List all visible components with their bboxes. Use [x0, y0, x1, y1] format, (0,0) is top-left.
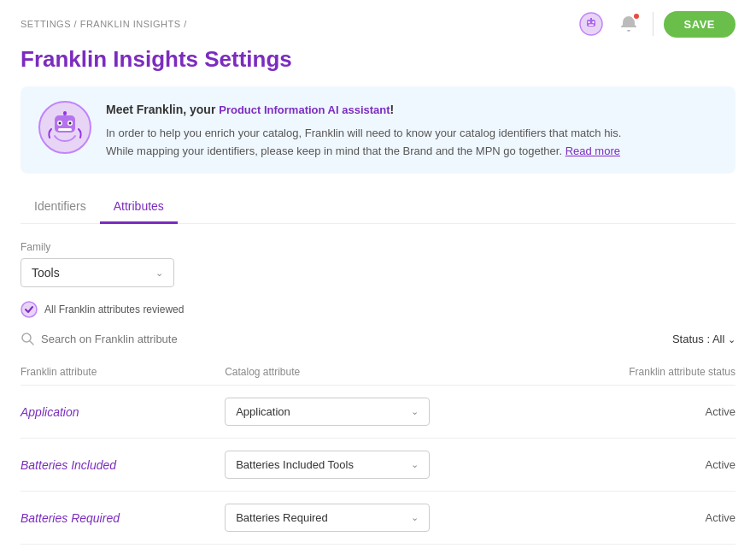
table-header: Franklin attribute Catalog attribute Fra… [21, 359, 735, 386]
table-row: Batteries Included Batteries Included To… [21, 439, 735, 492]
col-header-status: Franklin attribute status [531, 366, 735, 378]
svg-rect-4 [589, 25, 594, 27]
family-section: Family Tools ⌄ [21, 241, 735, 287]
chevron-down-icon: ⌄ [155, 268, 163, 279]
notification-badge [632, 12, 641, 21]
catalog-attr-dropdown[interactable]: Batteries Included Tools ⌄ [225, 451, 430, 479]
catalog-attr-dropdown[interactable]: Batteries Required ⌄ [225, 504, 430, 532]
search-box [21, 332, 212, 345]
info-line2: While mapping your identifiers, please k… [106, 143, 621, 161]
franklin-icon-button[interactable] [577, 10, 605, 38]
info-exclaim: ! [390, 103, 395, 116]
family-value: Tools [32, 266, 60, 280]
svg-point-3 [592, 21, 594, 23]
col-header-franklin: Franklin attribute [21, 366, 225, 378]
reviewed-icon [21, 301, 38, 318]
col-header-catalog: Catalog attribute [225, 366, 531, 378]
tabs-container: Identifiers Attributes [21, 191, 735, 224]
info-text: Meet Franklin, your Product Information … [106, 100, 621, 160]
status-badge: Active [531, 405, 735, 418]
status-badge: Active [531, 458, 735, 471]
info-line1: In order to help you enrich your catalog… [106, 125, 621, 143]
franklin-attr-name[interactable]: Application [21, 405, 225, 419]
family-label: Family [21, 241, 735, 253]
status-filter[interactable]: Status : All ⌄ [672, 333, 735, 345]
info-banner: Meet Franklin, your Product Information … [21, 86, 735, 174]
svg-line-16 [30, 341, 33, 345]
svg-point-14 [21, 302, 37, 317]
svg-rect-13 [63, 111, 67, 115]
table-body: Application Application ⌄ Active Batteri… [21, 386, 735, 554]
table-row: Blade Material Material ⌄ Active [21, 545, 735, 554]
save-button[interactable]: SAVE [664, 11, 735, 38]
catalog-chevron-icon: ⌄ [411, 512, 419, 523]
info-intro: Meet Franklin, your [106, 103, 219, 116]
svg-point-2 [588, 21, 589, 23]
table-row: Application Application ⌄ Active [21, 386, 735, 439]
catalog-chevron-icon: ⌄ [411, 459, 419, 470]
reviewed-text: All Franklin attributes reviewed [44, 304, 184, 315]
search-row: Status : All ⌄ [21, 332, 735, 345]
catalog-attr-value: Application [236, 405, 290, 418]
search-input[interactable] [41, 333, 212, 345]
catalog-attr-value: Batteries Included Tools [236, 458, 354, 471]
page-title: Franklin Insights Settings [0, 43, 756, 86]
catalog-chevron-icon: ⌄ [411, 406, 419, 417]
breadcrumb: SETTINGS / FRANKLIN INSIGHTS / [21, 19, 187, 29]
franklin-attr-name[interactable]: Batteries Included [21, 458, 225, 472]
status-filter-text: Status : All [672, 333, 724, 345]
family-dropdown[interactable]: Tools ⌄ [21, 258, 174, 287]
catalog-attr-dropdown[interactable]: Application ⌄ [225, 398, 430, 426]
tab-attributes[interactable]: Attributes [100, 191, 178, 224]
franklin-avatar [38, 100, 92, 155]
status-badge: Active [531, 511, 735, 524]
search-icon [21, 332, 34, 345]
read-more-link[interactable]: Read more [566, 144, 620, 157]
info-highlight: Product Information AI assistant [219, 103, 390, 116]
svg-rect-5 [590, 18, 592, 20]
main-content: Family Tools ⌄ All Franklin attributes r… [0, 224, 756, 554]
reviewed-note: All Franklin attributes reviewed [21, 301, 735, 318]
status-chevron-icon: ⌄ [728, 334, 735, 345]
table-row: Batteries Required Batteries Required ⌄ … [21, 492, 735, 545]
svg-rect-12 [58, 128, 72, 131]
svg-point-11 [69, 122, 72, 125]
franklin-attr-name[interactable]: Batteries Required [21, 511, 225, 525]
notification-bell-button[interactable] [615, 10, 642, 38]
catalog-attr-value: Batteries Required [236, 511, 328, 524]
svg-point-10 [59, 122, 62, 125]
toolbar-divider [653, 12, 653, 36]
tab-identifiers[interactable]: Identifiers [21, 191, 100, 224]
